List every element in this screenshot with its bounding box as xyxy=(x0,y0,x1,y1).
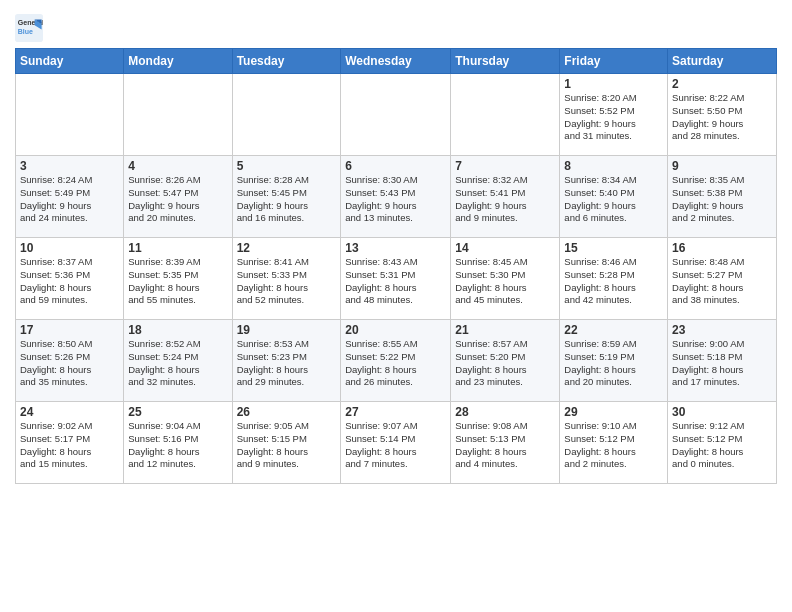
day-number: 12 xyxy=(237,241,337,255)
day-number: 24 xyxy=(20,405,119,419)
day-number: 11 xyxy=(128,241,227,255)
calendar-cell: 9Sunrise: 8:35 AM Sunset: 5:38 PM Daylig… xyxy=(668,156,777,238)
day-info: Sunrise: 9:10 AM Sunset: 5:12 PM Dayligh… xyxy=(564,420,663,471)
day-info: Sunrise: 8:41 AM Sunset: 5:33 PM Dayligh… xyxy=(237,256,337,307)
calendar-cell xyxy=(232,74,341,156)
day-number: 9 xyxy=(672,159,772,173)
calendar-cell: 14Sunrise: 8:45 AM Sunset: 5:30 PM Dayli… xyxy=(451,238,560,320)
day-info: Sunrise: 8:24 AM Sunset: 5:49 PM Dayligh… xyxy=(20,174,119,225)
calendar-week-0: 1Sunrise: 8:20 AM Sunset: 5:52 PM Daylig… xyxy=(16,74,777,156)
day-info: Sunrise: 8:30 AM Sunset: 5:43 PM Dayligh… xyxy=(345,174,446,225)
day-number: 30 xyxy=(672,405,772,419)
day-info: Sunrise: 8:57 AM Sunset: 5:20 PM Dayligh… xyxy=(455,338,555,389)
day-number: 5 xyxy=(237,159,337,173)
day-number: 16 xyxy=(672,241,772,255)
calendar-cell: 22Sunrise: 8:59 AM Sunset: 5:19 PM Dayli… xyxy=(560,320,668,402)
svg-text:Blue: Blue xyxy=(18,28,33,35)
day-info: Sunrise: 8:48 AM Sunset: 5:27 PM Dayligh… xyxy=(672,256,772,307)
calendar-cell: 13Sunrise: 8:43 AM Sunset: 5:31 PM Dayli… xyxy=(341,238,451,320)
day-info: Sunrise: 9:05 AM Sunset: 5:15 PM Dayligh… xyxy=(237,420,337,471)
day-number: 8 xyxy=(564,159,663,173)
calendar-cell: 19Sunrise: 8:53 AM Sunset: 5:23 PM Dayli… xyxy=(232,320,341,402)
calendar-table: SundayMondayTuesdayWednesdayThursdayFrid… xyxy=(15,48,777,484)
day-number: 1 xyxy=(564,77,663,91)
weekday-header-tuesday: Tuesday xyxy=(232,49,341,74)
calendar-cell: 24Sunrise: 9:02 AM Sunset: 5:17 PM Dayli… xyxy=(16,402,124,484)
day-number: 6 xyxy=(345,159,446,173)
calendar-cell: 12Sunrise: 8:41 AM Sunset: 5:33 PM Dayli… xyxy=(232,238,341,320)
day-info: Sunrise: 8:28 AM Sunset: 5:45 PM Dayligh… xyxy=(237,174,337,225)
day-info: Sunrise: 9:12 AM Sunset: 5:12 PM Dayligh… xyxy=(672,420,772,471)
day-info: Sunrise: 9:04 AM Sunset: 5:16 PM Dayligh… xyxy=(128,420,227,471)
day-info: Sunrise: 8:45 AM Sunset: 5:30 PM Dayligh… xyxy=(455,256,555,307)
day-info: Sunrise: 9:08 AM Sunset: 5:13 PM Dayligh… xyxy=(455,420,555,471)
calendar-cell xyxy=(124,74,232,156)
weekday-header-friday: Friday xyxy=(560,49,668,74)
day-number: 29 xyxy=(564,405,663,419)
day-info: Sunrise: 8:35 AM Sunset: 5:38 PM Dayligh… xyxy=(672,174,772,225)
calendar-cell: 26Sunrise: 9:05 AM Sunset: 5:15 PM Dayli… xyxy=(232,402,341,484)
calendar-cell: 8Sunrise: 8:34 AM Sunset: 5:40 PM Daylig… xyxy=(560,156,668,238)
calendar-cell xyxy=(16,74,124,156)
day-number: 10 xyxy=(20,241,119,255)
day-info: Sunrise: 8:52 AM Sunset: 5:24 PM Dayligh… xyxy=(128,338,227,389)
day-number: 28 xyxy=(455,405,555,419)
day-info: Sunrise: 8:39 AM Sunset: 5:35 PM Dayligh… xyxy=(128,256,227,307)
calendar-cell: 1Sunrise: 8:20 AM Sunset: 5:52 PM Daylig… xyxy=(560,74,668,156)
calendar-week-4: 24Sunrise: 9:02 AM Sunset: 5:17 PM Dayli… xyxy=(16,402,777,484)
calendar-cell: 7Sunrise: 8:32 AM Sunset: 5:41 PM Daylig… xyxy=(451,156,560,238)
day-number: 23 xyxy=(672,323,772,337)
day-number: 26 xyxy=(237,405,337,419)
day-info: Sunrise: 9:00 AM Sunset: 5:18 PM Dayligh… xyxy=(672,338,772,389)
calendar-cell: 25Sunrise: 9:04 AM Sunset: 5:16 PM Dayli… xyxy=(124,402,232,484)
day-number: 21 xyxy=(455,323,555,337)
day-info: Sunrise: 8:55 AM Sunset: 5:22 PM Dayligh… xyxy=(345,338,446,389)
logo-icon: General Blue xyxy=(15,14,43,42)
day-number: 17 xyxy=(20,323,119,337)
calendar-cell: 18Sunrise: 8:52 AM Sunset: 5:24 PM Dayli… xyxy=(124,320,232,402)
day-info: Sunrise: 8:50 AM Sunset: 5:26 PM Dayligh… xyxy=(20,338,119,389)
day-number: 27 xyxy=(345,405,446,419)
day-info: Sunrise: 8:46 AM Sunset: 5:28 PM Dayligh… xyxy=(564,256,663,307)
calendar-cell: 4Sunrise: 8:26 AM Sunset: 5:47 PM Daylig… xyxy=(124,156,232,238)
day-number: 20 xyxy=(345,323,446,337)
calendar-cell: 28Sunrise: 9:08 AM Sunset: 5:13 PM Dayli… xyxy=(451,402,560,484)
day-info: Sunrise: 8:59 AM Sunset: 5:19 PM Dayligh… xyxy=(564,338,663,389)
calendar-week-2: 10Sunrise: 8:37 AM Sunset: 5:36 PM Dayli… xyxy=(16,238,777,320)
calendar-week-3: 17Sunrise: 8:50 AM Sunset: 5:26 PM Dayli… xyxy=(16,320,777,402)
day-number: 7 xyxy=(455,159,555,173)
day-number: 3 xyxy=(20,159,119,173)
logo: General Blue xyxy=(15,14,45,42)
day-info: Sunrise: 8:32 AM Sunset: 5:41 PM Dayligh… xyxy=(455,174,555,225)
day-number: 13 xyxy=(345,241,446,255)
page-header: General Blue xyxy=(15,10,777,42)
day-info: Sunrise: 8:37 AM Sunset: 5:36 PM Dayligh… xyxy=(20,256,119,307)
day-number: 4 xyxy=(128,159,227,173)
calendar-week-1: 3Sunrise: 8:24 AM Sunset: 5:49 PM Daylig… xyxy=(16,156,777,238)
day-info: Sunrise: 8:53 AM Sunset: 5:23 PM Dayligh… xyxy=(237,338,337,389)
calendar-cell: 23Sunrise: 9:00 AM Sunset: 5:18 PM Dayli… xyxy=(668,320,777,402)
calendar-cell: 6Sunrise: 8:30 AM Sunset: 5:43 PM Daylig… xyxy=(341,156,451,238)
calendar-cell xyxy=(451,74,560,156)
calendar-cell: 3Sunrise: 8:24 AM Sunset: 5:49 PM Daylig… xyxy=(16,156,124,238)
day-number: 15 xyxy=(564,241,663,255)
day-info: Sunrise: 8:20 AM Sunset: 5:52 PM Dayligh… xyxy=(564,92,663,143)
day-number: 18 xyxy=(128,323,227,337)
weekday-header-wednesday: Wednesday xyxy=(341,49,451,74)
weekday-header-monday: Monday xyxy=(124,49,232,74)
day-number: 22 xyxy=(564,323,663,337)
weekday-header-thursday: Thursday xyxy=(451,49,560,74)
calendar-cell xyxy=(341,74,451,156)
calendar-header: SundayMondayTuesdayWednesdayThursdayFrid… xyxy=(16,49,777,74)
day-info: Sunrise: 8:34 AM Sunset: 5:40 PM Dayligh… xyxy=(564,174,663,225)
day-info: Sunrise: 9:07 AM Sunset: 5:14 PM Dayligh… xyxy=(345,420,446,471)
calendar-cell: 11Sunrise: 8:39 AM Sunset: 5:35 PM Dayli… xyxy=(124,238,232,320)
day-number: 2 xyxy=(672,77,772,91)
weekday-header-sunday: Sunday xyxy=(16,49,124,74)
day-info: Sunrise: 8:43 AM Sunset: 5:31 PM Dayligh… xyxy=(345,256,446,307)
day-number: 19 xyxy=(237,323,337,337)
calendar-cell: 10Sunrise: 8:37 AM Sunset: 5:36 PM Dayli… xyxy=(16,238,124,320)
calendar-cell: 30Sunrise: 9:12 AM Sunset: 5:12 PM Dayli… xyxy=(668,402,777,484)
calendar-cell: 17Sunrise: 8:50 AM Sunset: 5:26 PM Dayli… xyxy=(16,320,124,402)
calendar-cell: 21Sunrise: 8:57 AM Sunset: 5:20 PM Dayli… xyxy=(451,320,560,402)
